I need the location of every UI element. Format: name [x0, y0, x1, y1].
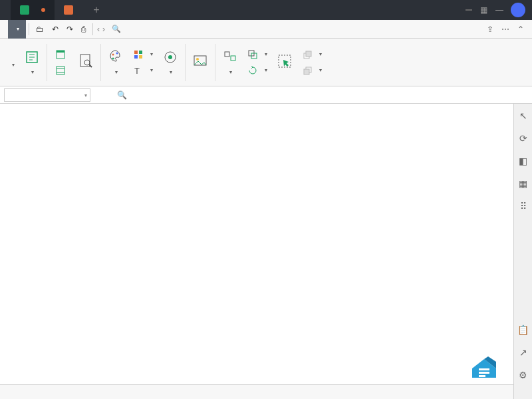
collapse-icon[interactable]: ⌃ — [517, 25, 524, 34]
align-button[interactable] — [222, 49, 238, 75]
svg-rect-32 — [479, 375, 485, 377]
more-icon[interactable]: ⋯ — [501, 25, 509, 34]
sheet[interactable] — [0, 104, 513, 384]
print-zoom-button[interactable] — [24, 49, 40, 75]
menubar: ▾ 🗀 ↶ ↷ ⎙ ‹ › 🔍 ⇪ ⋯ ⌃ — [0, 20, 532, 39]
cursor-icon[interactable]: ↖ — [519, 110, 527, 121]
hamburger-button[interactable] — [0, 20, 8, 39]
print-preview-button[interactable] — [78, 53, 94, 71]
layer-down-button[interactable] — [301, 64, 323, 77]
svg-rect-29 — [304, 69, 309, 74]
status-bar — [0, 384, 513, 399]
export-icon[interactable]: ↗ — [519, 347, 527, 358]
watermark-logo-icon — [469, 355, 499, 379]
font-button[interactable]: T — [132, 64, 154, 77]
apps-icon[interactable]: ⠿ — [520, 201, 527, 211]
print-title-icon — [55, 49, 66, 60]
settings-icon[interactable]: ⚙ — [519, 370, 527, 380]
redo-icon[interactable]: ↷ — [63, 20, 77, 39]
print-header-footer-button[interactable] — [54, 64, 70, 77]
svg-text:T: T — [134, 66, 140, 76]
align-icon — [222, 49, 238, 65]
save-icon[interactable]: 🗀 — [32, 20, 48, 39]
grid-icon[interactable]: ▦ — [479, 5, 488, 15]
svg-rect-21 — [225, 52, 229, 57]
svg-rect-30 — [479, 368, 489, 370]
svg-rect-2 — [57, 51, 65, 53]
print-icon[interactable]: ⎙ — [77, 20, 90, 39]
svg-rect-31 — [479, 372, 489, 374]
effect-button[interactable] — [162, 49, 178, 75]
rotate-icon — [247, 65, 258, 76]
spreadsheet-icon — [20, 5, 29, 15]
ribbon: T — [0, 39, 532, 86]
svg-point-9 — [112, 54, 114, 56]
svg-rect-14 — [134, 55, 138, 59]
layer-up-button[interactable] — [301, 48, 323, 61]
file-menu[interactable]: ▾ — [8, 20, 26, 39]
modified-dot-icon — [41, 8, 45, 12]
panel-icon[interactable]: ◧ — [519, 156, 527, 166]
search-box[interactable]: 🔍 — [112, 25, 124, 33]
color-icon — [133, 49, 144, 60]
undo-icon[interactable]: ↶ — [48, 20, 63, 39]
group-icon — [247, 49, 258, 60]
zoom-icon[interactable]: 🔍 — [117, 90, 127, 100]
svg-point-10 — [112, 58, 114, 60]
svg-rect-12 — [134, 51, 138, 54]
svg-point-7 — [84, 60, 90, 65]
share-icon[interactable]: ⇪ — [487, 25, 493, 34]
presentation-icon — [64, 5, 73, 15]
svg-rect-22 — [231, 56, 235, 61]
notification-badge[interactable] — [466, 9, 472, 11]
document-tab-1[interactable] — [11, 0, 55, 20]
rotate-button[interactable] — [246, 64, 269, 77]
user-avatar[interactable] — [511, 3, 525, 17]
theme-icon — [108, 49, 124, 65]
select-pane-button[interactable] — [277, 53, 293, 71]
formula-bar: 🔍 — [0, 86, 532, 104]
theme-button[interactable] — [108, 49, 124, 75]
preview-icon — [78, 53, 94, 69]
name-box[interactable] — [4, 88, 90, 102]
svg-rect-27 — [306, 51, 311, 57]
watermark — [469, 355, 505, 379]
titlebar: + ▦ — — [0, 0, 532, 20]
refresh-icon[interactable]: ⟳ — [519, 133, 527, 144]
svg-point-18 — [168, 55, 172, 59]
print-zoom-icon — [24, 49, 40, 65]
color-button[interactable] — [132, 48, 154, 61]
image-icon — [192, 53, 208, 69]
svg-rect-15 — [139, 55, 142, 59]
show-page-break-button[interactable] — [7, 55, 9, 58]
svg-rect-13 — [139, 51, 142, 54]
layer-down-icon — [302, 65, 313, 76]
bg-image-button[interactable] — [192, 53, 208, 71]
font-icon: T — [133, 65, 144, 76]
search-icon: 🔍 — [112, 25, 121, 33]
clipboard-icon[interactable]: 📋 — [517, 325, 529, 335]
insert-page-break-button[interactable] — [7, 61, 16, 69]
print-title-button[interactable] — [54, 48, 70, 61]
svg-point-20 — [196, 58, 199, 61]
group-button[interactable] — [246, 48, 269, 61]
side-panel: ↖ ⟳ ◧ ▦ ⠿ 📋 ↗ ⚙ — [513, 104, 532, 399]
formula-input[interactable] — [134, 88, 532, 102]
new-tab-button[interactable]: + — [86, 4, 106, 16]
table-icon[interactable]: ▦ — [519, 178, 527, 189]
svg-point-11 — [116, 53, 118, 55]
select-pane-icon — [277, 53, 293, 69]
effect-icon — [162, 49, 178, 65]
layer-up-icon — [302, 49, 313, 60]
svg-rect-3 — [57, 66, 65, 74]
header-footer-icon — [55, 65, 66, 76]
minimize-icon[interactable]: — — [495, 5, 504, 15]
document-tab-2[interactable] — [55, 0, 86, 20]
